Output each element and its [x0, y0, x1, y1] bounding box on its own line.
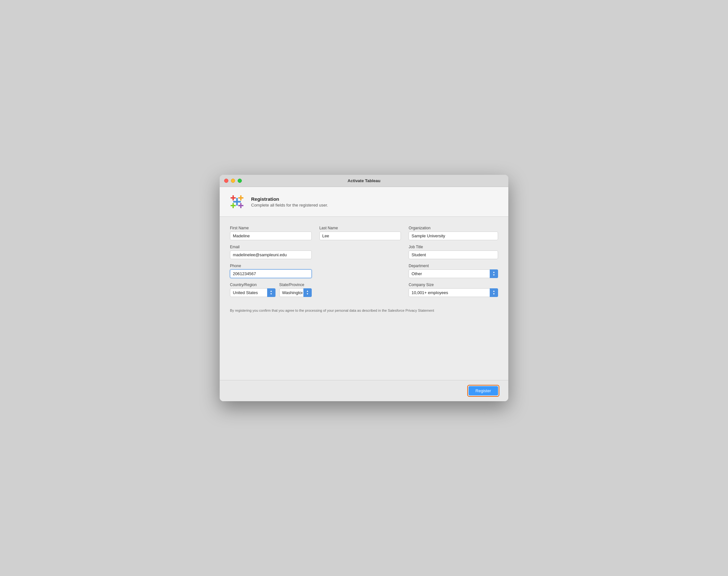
- email-input[interactable]: [230, 251, 312, 259]
- email-group: Email: [230, 245, 312, 259]
- first-name-group: First Name: [230, 226, 312, 240]
- tableau-logo-icon: [229, 193, 245, 210]
- window-title: Activate Tableau: [348, 178, 380, 183]
- country-group: Country/Region United States ▲ ▼: [230, 283, 275, 297]
- registration-subtitle: Complete all fields for the registered u…: [251, 203, 328, 207]
- register-button[interactable]: Register: [469, 386, 498, 396]
- country-label: Country/Region: [230, 283, 275, 287]
- state-select[interactable]: Washington: [279, 288, 312, 297]
- phone-input[interactable]: [230, 269, 312, 278]
- form-grid: First Name Email Phone Country/Region: [230, 226, 498, 301]
- form-col-3: Organization Job Title Department Other …: [409, 226, 498, 301]
- close-button[interactable]: [224, 179, 228, 183]
- header-section: Registration Complete all fields for the…: [220, 187, 508, 217]
- company-size-label: Company Size: [409, 283, 498, 287]
- phone-group: Phone: [230, 264, 312, 278]
- last-name-group: Last Name: [319, 226, 401, 240]
- svg-rect-5: [238, 197, 243, 199]
- svg-rect-3: [231, 197, 236, 199]
- header-text: Registration Complete all fields for the…: [251, 196, 328, 207]
- department-group: Department Other ▲ ▼: [409, 264, 498, 278]
- maximize-button[interactable]: [238, 179, 242, 183]
- country-select[interactable]: United States: [230, 288, 275, 297]
- email-label: Email: [230, 245, 312, 249]
- job-title-input[interactable]: [409, 251, 498, 259]
- department-select-wrapper: Other ▲ ▼: [409, 269, 498, 278]
- department-select[interactable]: Other: [409, 269, 498, 278]
- state-group: State/Province Washington ▲ ▼: [279, 283, 312, 297]
- location-row: Country/Region United States ▲ ▼: [230, 283, 312, 297]
- company-size-group: Company Size 10,001+ employees ▲ ▼: [409, 283, 498, 297]
- job-title-group: Job Title: [409, 245, 498, 259]
- privacy-statement: By registering you confirm that you agre…: [230, 308, 448, 313]
- registration-title: Registration: [251, 196, 328, 202]
- department-label: Department: [409, 264, 498, 268]
- organization-label: Organization: [409, 226, 498, 230]
- register-button-wrapper: Register: [467, 385, 499, 397]
- job-title-label: Job Title: [409, 245, 498, 249]
- first-name-input[interactable]: [230, 232, 312, 240]
- traffic-lights: [224, 179, 242, 183]
- svg-rect-1: [233, 201, 241, 203]
- company-size-select[interactable]: 10,001+ employees: [409, 288, 498, 297]
- main-window: Activate Tableau: [220, 175, 508, 401]
- last-name-input[interactable]: [319, 232, 401, 240]
- country-select-wrapper: United States ▲ ▼: [230, 288, 275, 297]
- organization-group: Organization: [409, 226, 498, 240]
- minimize-button[interactable]: [231, 179, 235, 183]
- svg-rect-9: [238, 205, 243, 206]
- state-select-wrapper: Washington ▲ ▼: [279, 288, 312, 297]
- form-col-2: Last Name: [319, 226, 409, 301]
- last-name-label: Last Name: [319, 226, 401, 230]
- phone-label: Phone: [230, 264, 312, 268]
- form-section: First Name Email Phone Country/Region: [220, 217, 508, 322]
- form-col-1: First Name Email Phone Country/Region: [230, 226, 319, 301]
- company-size-select-wrapper: 10,001+ employees ▲ ▼: [409, 288, 498, 297]
- organization-input[interactable]: [409, 232, 498, 240]
- svg-rect-7: [231, 205, 236, 206]
- first-name-label: First Name: [230, 226, 312, 230]
- footer-section: Register: [220, 380, 508, 401]
- title-bar: Activate Tableau: [220, 175, 508, 187]
- state-label: State/Province: [279, 283, 312, 287]
